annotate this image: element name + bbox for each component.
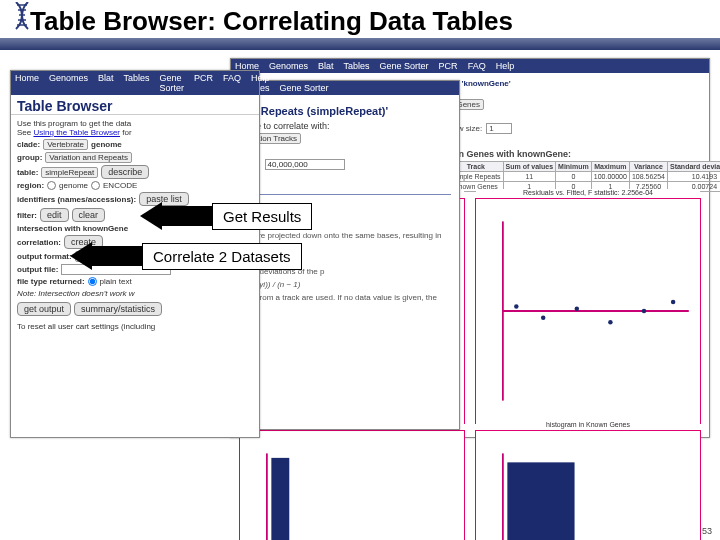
table-browser-title: Table Browser [11,95,259,115]
tb-clade-label: clade: [17,140,40,149]
tb-help-link[interactable]: Using the Table Browser [33,128,120,137]
nav-faq[interactable]: FAQ [468,61,486,71]
tb-filter-label: filter: [17,211,37,220]
svg-rect-29 [507,462,574,540]
th-sd: Standard deviation s [667,162,720,172]
chart-hist-b-title: histogram in Known Genes [476,421,700,428]
nav-blat[interactable]: Blat [318,61,334,71]
region-genome-radio[interactable] [47,181,56,190]
tb-output-format-label: output format: [17,252,72,261]
nav-gene-sorter[interactable]: Gene Sorter [160,73,185,93]
callout-correlate: Correlate 2 Datasets [70,242,302,270]
tb-genome-label: genome [91,140,122,149]
filter-edit-button[interactable]: edit [40,208,69,222]
chart-hist-a: histogram in Simple Repeats # of data va… [239,430,465,540]
correlate-limit-input[interactable]: 40,000,000 [265,159,345,170]
th-min: Minimum [556,162,592,172]
nav-help[interactable]: Help [496,61,515,71]
summary-stats-button[interactable]: summary/statistics [74,302,162,316]
tb-group-label: group: [17,153,42,162]
nav-genomes[interactable]: Genomes [49,73,88,93]
dna-icon [12,2,32,38]
svg-point-18 [608,320,612,324]
nav-help[interactable]: Help [251,73,270,93]
title-band [0,38,720,50]
region-encode-opt: ENCODE [103,181,137,190]
tb-table-label: table: [17,168,38,177]
file-type-plain-radio[interactable] [88,277,97,286]
callout-correlate-label: Correlate 2 Datasets [142,243,302,270]
get-output-button[interactable]: get output [17,302,71,316]
results-menubar: Home Genomes Blat Tables Gene Sorter PCR… [231,59,709,73]
results-window-input[interactable]: 1 [486,123,512,134]
nav-blat[interactable]: Blat [98,73,114,93]
tb-output-file-label: output file: [17,265,58,274]
nav-faq[interactable]: FAQ [223,73,241,93]
tb-intersection-label: intersection with knownGene [17,224,128,233]
svg-point-16 [541,315,545,319]
tb-group-select[interactable]: Variation and Repeats [45,152,132,163]
tb-correlation-label: correlation: [17,238,61,247]
filter-clear-button[interactable]: clear [72,208,106,222]
svg-point-15 [514,304,518,308]
nav-home[interactable]: Home [15,73,39,93]
th-var: Variance [629,162,667,172]
tb-menubar: Home Genomes Blat Tables Gene Sorter PCR… [11,71,259,95]
slide-title: Table Browser: Correlating Data Tables [30,6,513,37]
nav-tables[interactable]: Tables [344,61,370,71]
tb-intro: Use this program to get the data [17,119,253,128]
describe-button[interactable]: describe [101,165,149,179]
nav-genomes[interactable]: Genomes [269,61,308,71]
tb-region-label: region: [17,181,44,190]
tb-clade-select[interactable]: Vertebrate [43,139,88,150]
nav-pcr[interactable]: PCR [194,73,213,93]
nav-gene-sorter[interactable]: Gene Sorter [380,61,429,71]
svg-point-17 [575,307,579,311]
callout-get-results-label: Get Results [212,203,312,230]
svg-point-19 [642,309,646,313]
tb-identifiers-label: identifiers (names/accessions): [17,195,136,204]
file-type-plain-label: plain text [100,277,132,286]
th-sum: Sum of values [503,162,555,172]
chart-residuals-title: Residuals vs. Fitted, F statistic: 2.256… [476,189,700,196]
callout-get-results: Get Results [140,202,312,230]
th-max: Maximum [591,162,629,172]
region-encode-radio[interactable] [91,181,100,190]
chart-residuals: Residuals vs. Fitted, F statistic: 2.256… [475,198,701,424]
nav-pcr[interactable]: PCR [439,61,458,71]
nav-tables[interactable]: Tables [124,73,150,93]
tb-file-type-label: file type returned: [17,277,85,286]
svg-rect-23 [271,458,289,540]
tb-reset-text: To reset all user cart settings (includi… [17,322,253,331]
region-genome-opt: genome [59,181,88,190]
tb-note: Note: Intersection doesn't work w [17,289,253,298]
page-number: 53 [702,526,712,536]
nav-gene-sorter[interactable]: Gene Sorter [280,83,329,93]
chart-hist-b: histogram in Known Genes # of data value… [475,430,701,540]
svg-point-20 [671,300,675,304]
tb-table-select[interactable]: simpleRepeat [41,167,98,178]
